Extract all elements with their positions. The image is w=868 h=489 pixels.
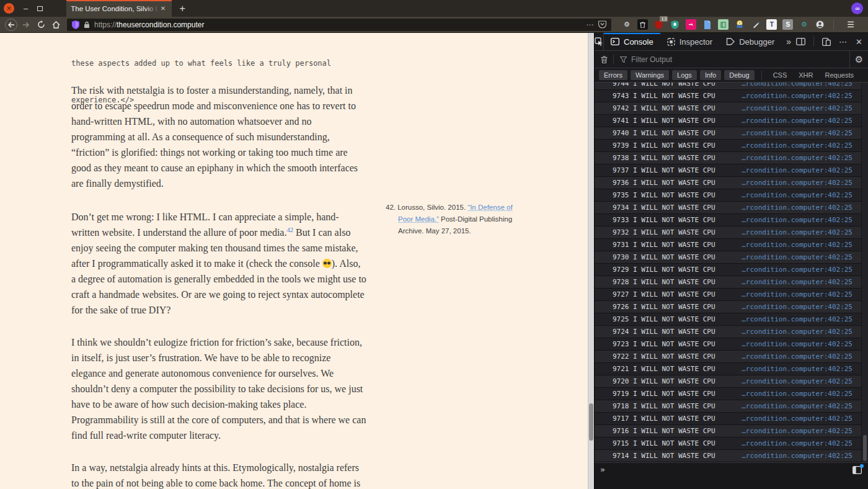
console-source-link[interactable]: …rcondition.computer:402:25 (742, 452, 852, 460)
console-source-link[interactable]: …rcondition.computer:402:25 (742, 228, 852, 236)
window-close-button[interactable]: ✕ (4, 3, 14, 14)
console-source-link[interactable]: …rcondition.computer:402:25 (742, 352, 852, 361)
footnote-ref-link[interactable]: 42 (286, 227, 293, 233)
pick-element-button[interactable] (595, 33, 604, 50)
tab-inspector[interactable]: Inspector (660, 33, 719, 50)
browser-tab[interactable]: The User Condition, Silvio Lo ✕ (66, 0, 172, 17)
console-source-link[interactable]: …rcondition.computer:402:25 (742, 83, 852, 87)
filter-button-logs[interactable]: Logs (672, 70, 697, 80)
console-source-link[interactable]: …rcondition.computer:402:25 (742, 377, 852, 385)
console-source-link[interactable]: …rcondition.computer:402:25 (742, 253, 852, 261)
pink-extension-icon[interactable] (686, 19, 696, 30)
console-source-link[interactable]: …rcondition.computer:402:25 (742, 166, 852, 174)
console-message-row: 9728 I WILL NOT WASTE CPU…rcondition.com… (595, 276, 868, 289)
console-source-link[interactable]: …rcondition.computer:402:25 (742, 415, 852, 423)
window-minimize-button[interactable]: – (24, 6, 28, 12)
console-source-link[interactable]: …rcondition.computer:402:25 (742, 278, 852, 286)
home-button[interactable] (48, 18, 63, 32)
t-extension-icon[interactable]: T (766, 19, 777, 30)
paragraph: I think we shouldn’t eulogize friction f… (71, 334, 366, 443)
container-mask-icon[interactable]: ∞ (851, 2, 863, 14)
devtools-close-icon[interactable]: ✕ (856, 37, 862, 47)
console-source-link[interactable]: …rcondition.computer:402:25 (742, 104, 852, 112)
console-input-area[interactable]: » (595, 462, 868, 489)
console-source-link[interactable]: …rcondition.computer:402:25 (742, 390, 852, 398)
character-extension-icon[interactable] (734, 19, 745, 30)
console-source-link[interactable]: …rcondition.computer:402:25 (742, 328, 852, 336)
devtools-menu-icon[interactable]: ⋯ (839, 37, 848, 47)
tab-close-icon[interactable]: ✕ (159, 4, 167, 13)
back-button[interactable] (4, 18, 19, 32)
page-scrollbar-thumb[interactable] (589, 403, 593, 441)
console-message-row: 9743 I WILL NOT WASTE CPU…rcondition.com… (595, 90, 868, 102)
page-actions-icon[interactable]: ⋯ (586, 20, 594, 29)
pocket-icon[interactable] (598, 20, 606, 29)
console-source-link[interactable]: …rcondition.computer:402:25 (742, 141, 852, 150)
console-message-text: 9725 I WILL NOT WASTE CPU (613, 315, 742, 323)
tab-console[interactable]: Console (604, 33, 660, 50)
reload-button[interactable] (33, 18, 48, 32)
console-message-text: 9723 I WILL NOT WASTE CPU (613, 340, 742, 348)
settings-gear-icon[interactable]: ⚙ (621, 19, 632, 30)
more-tabs-button[interactable]: » (781, 33, 796, 50)
console-message-text: 9729 I WILL NOT WASTE CPU (613, 266, 742, 274)
console-source-link[interactable]: …rcondition.computer:402:25 (742, 340, 852, 348)
tab-debugger[interactable]: Debugger (719, 33, 781, 50)
sidebar-toggle-button[interactable] (852, 465, 862, 477)
new-tab-button[interactable]: + (172, 0, 193, 17)
console-source-link[interactable]: …rcondition.computer:402:25 (742, 439, 852, 447)
console-source-link[interactable]: …rcondition.computer:402:25 (742, 179, 852, 187)
console-source-link[interactable]: …rcondition.computer:402:25 (742, 117, 852, 125)
console-source-link[interactable]: …rcondition.computer:402:25 (742, 290, 852, 298)
console-scrollbar-thumb[interactable] (863, 435, 867, 461)
teal-gear-icon[interactable]: ⚙ (799, 19, 809, 30)
pick-element-icon (595, 37, 603, 46)
account-person-icon[interactable] (815, 19, 825, 30)
filter-button-errors[interactable]: Errors (599, 70, 627, 80)
ghostery-shield-icon[interactable] (670, 19, 680, 30)
console-source-link[interactable]: …rcondition.computer:402:25 (742, 204, 852, 212)
forward-button[interactable] (19, 18, 33, 32)
console-source-link[interactable]: …rcondition.computer:402:25 (742, 92, 852, 100)
console-source-link[interactable]: …rcondition.computer:402:25 (742, 129, 852, 137)
console-source-link[interactable]: …rcondition.computer:402:25 (742, 315, 852, 323)
window-controls: ✕ – (0, 3, 50, 14)
filter-category-requests[interactable]: Requests (821, 71, 858, 79)
split-console-icon[interactable] (796, 38, 805, 45)
page-scrollbar[interactable] (588, 33, 594, 489)
filter-category-separator (761, 71, 762, 80)
s-extension-icon[interactable]: S (782, 19, 793, 30)
url-bar[interactable]: https://theusercondition.computer ⋯ (67, 19, 611, 31)
pen-extension-icon[interactable] (750, 19, 761, 30)
trash-extension-icon[interactable] (637, 19, 648, 30)
console-source-link[interactable]: …rcondition.computer:402:25 (742, 303, 852, 311)
console-source-link[interactable]: …rcondition.computer:402:25 (742, 154, 852, 162)
console-scrollbar[interactable] (861, 83, 868, 462)
ublock-shield-icon[interactable]: 13 (653, 19, 664, 30)
filter-button-warnings[interactable]: Warnings (631, 70, 669, 80)
filter-category-xhr[interactable]: XHR (794, 71, 817, 79)
filter-button-debug[interactable]: Debug (724, 70, 754, 80)
responsive-design-icon[interactable] (822, 38, 831, 46)
console-source-link[interactable]: …rcondition.computer:402:25 (742, 427, 852, 435)
inspector-tab-icon (667, 38, 675, 46)
console-source-link[interactable]: …rcondition.computer:402:25 (742, 191, 852, 199)
paragraph: Don’t get me wrong: I like HTML. I can a… (71, 209, 366, 318)
console-source-link[interactable]: …rcondition.computer:402:25 (742, 266, 852, 274)
console-source-link[interactable]: …rcondition.computer:402:25 (742, 216, 852, 224)
tracking-protection-shield-icon[interactable] (72, 20, 79, 29)
console-settings-gear-icon[interactable]: ⚙ (849, 51, 868, 68)
console-source-link[interactable]: …rcondition.computer:402:25 (742, 365, 852, 373)
window-maximize-button[interactable] (37, 6, 43, 11)
book-extension-icon[interactable] (718, 19, 728, 30)
ublock-badge: 13 (660, 16, 668, 22)
filter-category-css[interactable]: CSS (769, 71, 792, 79)
actions-separator (813, 37, 814, 47)
console-source-link[interactable]: …rcondition.computer:402:25 (742, 402, 852, 410)
clear-console-button[interactable] (595, 56, 613, 63)
document-extension-icon[interactable] (702, 19, 712, 30)
filter-output-input[interactable]: Filter Output (614, 55, 849, 64)
menu-hamburger-icon[interactable]: ☰ (842, 20, 859, 29)
console-source-link[interactable]: …rcondition.computer:402:25 (742, 241, 852, 249)
filter-button-info[interactable]: Info (700, 70, 721, 80)
